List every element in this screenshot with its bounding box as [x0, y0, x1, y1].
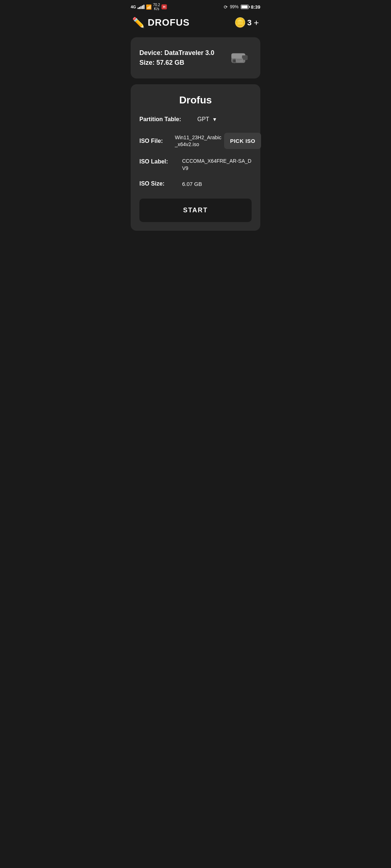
- header-left: ✏️ DROFUS: [132, 17, 190, 29]
- huawei-badge: H: [161, 4, 167, 9]
- svg-rect-6: [236, 59, 243, 62]
- app-header: ✏️ DROFUS 🪙 3 +: [125, 12, 266, 34]
- iso-label-row: ISO Label: CCCOMA_X64FRE_AR-SA_DV9: [139, 158, 252, 172]
- device-size: Size: 57.62 GB: [139, 59, 214, 67]
- device-card: Device: DataTraveler 3.0 Size: 57.62 GB: [131, 37, 260, 78]
- wifi-icon: 📶: [146, 4, 152, 10]
- signal-icon: [138, 5, 144, 9]
- battery-percent: 99%: [230, 4, 239, 9]
- add-coins-button[interactable]: +: [254, 18, 259, 28]
- iso-label-value: CCCOMA_X64FRE_AR-SA_DV9: [182, 158, 252, 172]
- iso-size-key: ISO Size:: [139, 180, 179, 187]
- iso-label-key: ISO Label:: [139, 158, 179, 165]
- iso-file-row: ISO File: Win11_23H2_Arabic_x64v2.iso PI…: [139, 133, 252, 149]
- iso-file-label: ISO File:: [139, 138, 172, 144]
- svg-point-5: [233, 60, 236, 62]
- chevron-down-icon: ▼: [212, 116, 217, 122]
- app-title: DROFUS: [148, 17, 190, 28]
- status-left: 4G 📶 70.2 K/s H: [131, 3, 167, 11]
- network-speed: 70.2 K/s: [153, 3, 160, 11]
- status-right: ⟳ 99% 8:39: [224, 4, 260, 10]
- usb-drive-icon: [226, 44, 252, 71]
- partition-table-row: Partition Table: GPT ▼: [139, 116, 252, 123]
- partition-value: GPT: [197, 116, 209, 123]
- coins-container: 🪙 3 +: [234, 17, 259, 28]
- app-logo-icon: ✏️: [132, 17, 145, 29]
- iso-size-row: ISO Size: 6.07 GB: [139, 180, 252, 187]
- partition-table-label: Partition Table:: [139, 116, 197, 123]
- clock: 8:39: [251, 4, 260, 10]
- status-bar: 4G 📶 70.2 K/s H ⟳ 99% 8:39: [125, 0, 266, 12]
- coin-icon: 🪙: [234, 17, 246, 28]
- start-button[interactable]: START: [139, 199, 252, 222]
- refresh-icon: ⟳: [224, 4, 228, 10]
- card-title: Drofus: [139, 94, 252, 106]
- network-type: 4G: [131, 5, 136, 9]
- battery-icon: [241, 5, 249, 9]
- partition-dropdown[interactable]: GPT ▼: [197, 116, 217, 123]
- device-name: Device: DataTraveler 3.0: [139, 49, 214, 57]
- pick-iso-button[interactable]: PICK ISO: [224, 133, 261, 149]
- coin-count: 3: [247, 18, 252, 27]
- iso-size-value: 6.07 GB: [182, 181, 202, 187]
- iso-file-value: Win11_23H2_Arabic_x64v2.iso: [175, 134, 221, 147]
- device-info: Device: DataTraveler 3.0 Size: 57.62 GB: [139, 49, 214, 67]
- main-card: Drofus Partition Table: GPT ▼ ISO File: …: [131, 84, 260, 231]
